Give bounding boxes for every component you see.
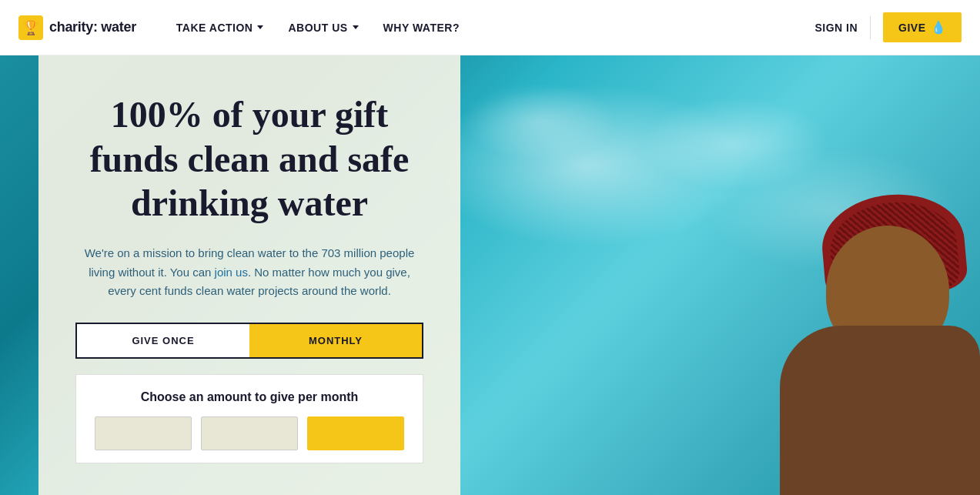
water-drop-icon: 💧 bbox=[931, 20, 947, 35]
monthly-button[interactable]: MONTHLY bbox=[249, 324, 422, 357]
give-toggle: GIVE ONCE MONTHLY bbox=[75, 323, 423, 359]
amount-options bbox=[95, 416, 404, 450]
hero-person-image bbox=[718, 164, 980, 495]
hero-title: 100% of your gift funds clean and safe d… bbox=[75, 92, 423, 226]
chevron-down-icon bbox=[257, 25, 263, 29]
logo-icon: 🏆 bbox=[18, 15, 43, 40]
hero-card: 100% of your gift funds clean and safe d… bbox=[38, 55, 460, 495]
chevron-down-icon bbox=[353, 25, 359, 29]
nav-right: SIGN IN GIVE 💧 bbox=[814, 12, 962, 42]
nav-about-us[interactable]: ABOUT US bbox=[279, 15, 367, 40]
person-body bbox=[780, 326, 980, 495]
nav-links: TAKE ACTION ABOUT US WHY WATER? bbox=[167, 15, 815, 40]
amount-card: Choose an amount to give per month bbox=[75, 374, 423, 463]
logo-text: charity: water bbox=[49, 19, 136, 35]
hero-subtitle: We're on a mission to bring clean water … bbox=[75, 244, 423, 301]
amount-option-2[interactable] bbox=[201, 416, 298, 450]
logo[interactable]: 🏆 charity: water bbox=[18, 15, 136, 40]
nav-divider bbox=[870, 16, 871, 39]
amount-option-1[interactable] bbox=[95, 416, 192, 450]
amount-option-3[interactable] bbox=[307, 416, 404, 450]
give-once-button[interactable]: GIVE ONCE bbox=[77, 324, 249, 357]
join-us-link[interactable]: join us bbox=[215, 266, 248, 279]
nav-why-water[interactable]: WHY WATER? bbox=[374, 15, 469, 40]
nav-take-action[interactable]: TAKE ACTION bbox=[167, 15, 273, 40]
main-nav: 🏆 charity: water TAKE ACTION ABOUT US WH… bbox=[0, 0, 980, 55]
sign-in-button[interactable]: SIGN IN bbox=[814, 22, 858, 34]
amount-title: Choose an amount to give per month bbox=[95, 390, 404, 404]
give-button[interactable]: GIVE 💧 bbox=[883, 12, 962, 42]
